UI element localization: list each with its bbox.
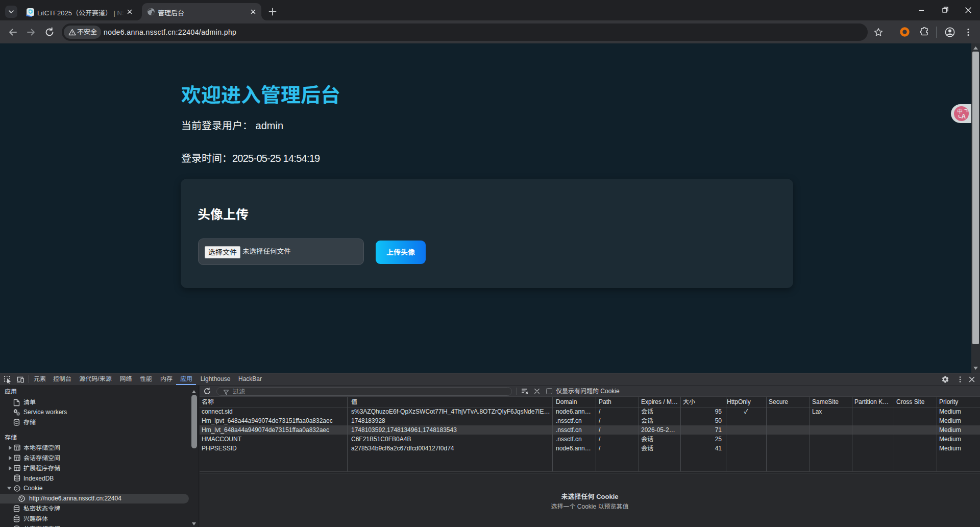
svg-text:A: A: [962, 113, 966, 120]
